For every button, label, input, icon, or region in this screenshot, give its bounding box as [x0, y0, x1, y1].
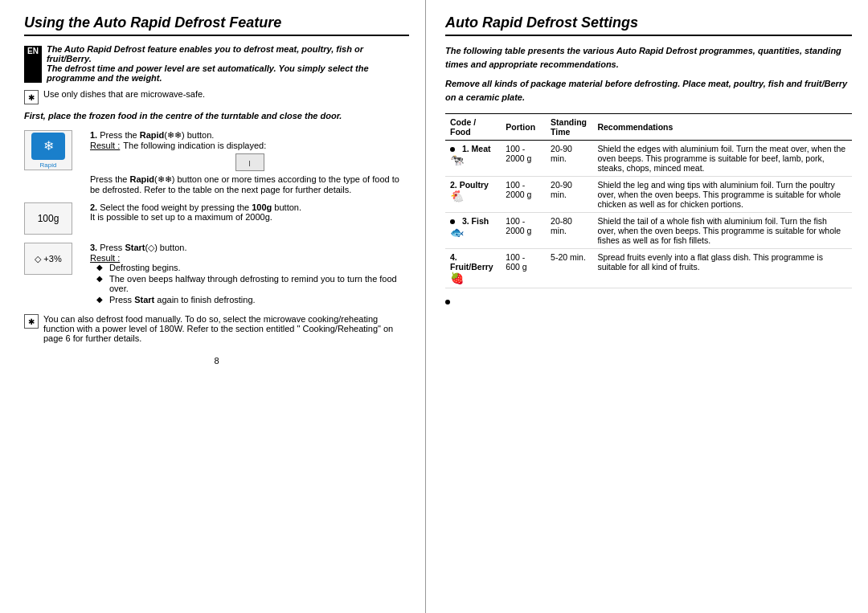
- right-intro-text: The following table presents the various…: [445, 44, 852, 71]
- header-standing: StandingTime: [546, 114, 592, 141]
- dot-bullet-fish: [450, 219, 455, 224]
- step-1-instruction: 1. Press the Rapid(❄❄) button.: [90, 130, 409, 141]
- standing-cell-fruit: 5-20 min.: [546, 249, 592, 288]
- header-row: Code / Food Portion StandingTime Recomme…: [445, 114, 852, 141]
- step-3-result: Result :: [90, 253, 409, 263]
- remove-note-text: Remove all kinds of package material bef…: [445, 77, 852, 104]
- right-section-title: Auto Rapid Defrost Settings: [445, 14, 852, 36]
- step-3-number: 3.: [90, 243, 97, 252]
- en-badge: EN: [24, 46, 42, 83]
- display-indicator: |: [235, 153, 264, 171]
- header-portion: Portion: [501, 114, 546, 141]
- food-cell-poultry: 2. Poultry 🐔: [445, 177, 501, 213]
- result-text-1: The following indication is displayed:: [123, 141, 266, 150]
- settings-table: Code / Food Portion StandingTime Recomme…: [445, 113, 852, 288]
- meat-icon: 🐄: [450, 153, 464, 166]
- step-2-sub: It is possible to set up to a maximum of…: [90, 212, 409, 222]
- result-label-1: Result :: [90, 141, 120, 150]
- step-1-content: 1. Press the Rapid(❄❄) button. Result : …: [90, 130, 409, 194]
- manual-note: ✱ You can also defrost food manually. To…: [24, 314, 409, 343]
- rapid-snowflake-icon: ❄: [43, 140, 54, 153]
- step-2-row: 100g 2. Select the food weight by pressi…: [24, 202, 409, 235]
- rapid-button-display: ❄ Rapid: [24, 130, 72, 170]
- intro-block: EN The Auto Rapid Defrost feature enable…: [24, 44, 409, 83]
- header-code-food: Code / Food: [445, 114, 501, 141]
- table-row: 4. Fruit/Berry 🍓 100 - 600 g 5-20 min. S…: [445, 249, 852, 288]
- dot-bullet-meat: [450, 147, 455, 152]
- step-3-content: 3. Press Start(◇) button. Result : ◆Defr…: [90, 243, 409, 306]
- food-cell-meat: 1. Meat 🐄: [445, 141, 501, 177]
- bullet-3-text: Press Start again to finish defrosting.: [109, 295, 256, 304]
- step-3-image: ◇ +3%: [24, 243, 80, 275]
- table-row: 2. Poultry 🐔 100 - 2000 g 20-90 min. Shi…: [445, 177, 852, 213]
- fish-icon: 🐟: [450, 226, 464, 239]
- standing-cell-fish: 20-80 min.: [546, 213, 592, 249]
- weight-label: 100g: [38, 213, 59, 224]
- step-1-result: Result : The following indication is dis…: [90, 141, 409, 150]
- steps-area: ❄ Rapid 1. Press the Rapid(❄❄) button. R…: [24, 130, 409, 306]
- start-again-bold: Start: [134, 295, 154, 304]
- fruit-icon: 🍓: [450, 272, 464, 284]
- food-name-fruit: 4. Fruit/Berry: [450, 252, 493, 272]
- rapid-text: Rapid: [40, 161, 57, 169]
- rec-cell-fish: Shield the tail of a whole fish with alu…: [592, 213, 852, 249]
- intro-bold2: The defrost time and power level are set…: [47, 63, 409, 83]
- rapid-bold: Rapid: [140, 130, 165, 140]
- food-name-meat: 1. Meat: [462, 144, 491, 153]
- left-section-title: Using the Auto Rapid Defrost Feature: [24, 14, 409, 36]
- intro-bold: The Auto Rapid Defrost feature enables y…: [47, 44, 409, 63]
- rapid-icon-bg: ❄: [31, 133, 65, 160]
- 100g-bold: 100g: [252, 202, 272, 212]
- step-2-image: 100g: [24, 202, 80, 235]
- page-number: 8: [24, 356, 409, 366]
- step-1-number: 1.: [90, 130, 97, 140]
- step-2-content: 2. Select the food weight by pressing th…: [90, 202, 409, 222]
- food-name-fish: 3. Fish: [462, 216, 489, 226]
- start-bold: Start: [125, 243, 145, 252]
- diamond-icon-1: ◆: [96, 263, 103, 272]
- step-3-row: ◇ +3% 3. Press Start(◇) button. Result :…: [24, 243, 409, 306]
- rapid-bold2: Rapid: [130, 174, 155, 184]
- display-char: |: [248, 159, 250, 166]
- rec-cell-meat: Shield the edges with aluminium foil. Tu…: [592, 141, 852, 177]
- bullet-1-text: Defrosting begins.: [109, 263, 181, 272]
- diamond-icon-3: ◆: [96, 295, 103, 304]
- manual-note-icon: ✱: [24, 314, 39, 329]
- weight-button-display: 100g: [24, 202, 72, 235]
- right-column: Auto Rapid Defrost Settings The followin…: [426, 0, 868, 613]
- table-row: 3. Fish 🐟 100 - 2000 g 20-80 min. Shield…: [445, 213, 852, 249]
- start-button-display: ◇ +3%: [24, 243, 72, 275]
- step-1-extra: Press the Rapid(❄❄) button one or more t…: [90, 174, 409, 194]
- step-1-image: ❄ Rapid: [24, 130, 80, 170]
- table-body: 1. Meat 🐄 100 - 2000 g 20-90 min. Shield…: [445, 141, 852, 288]
- portion-cell-poultry: 100 - 2000 g: [501, 177, 546, 213]
- page: Using the Auto Rapid Defrost Feature EN …: [0, 0, 868, 613]
- microwave-safe-icon: ✱: [24, 90, 39, 104]
- bullet-1: ◆Defrosting begins.: [96, 263, 409, 272]
- portion-cell-meat: 100 - 2000 g: [501, 141, 546, 177]
- portion-cell-fish: 100 - 2000 g: [501, 213, 546, 249]
- bullet-3: ◆Press Start again to finish defrosting.: [96, 295, 409, 304]
- table-header: Code / Food Portion StandingTime Recomme…: [445, 114, 852, 141]
- extra-dot-bullet: [445, 300, 450, 304]
- intro-text: The Auto Rapid Defrost feature enables y…: [47, 44, 409, 83]
- rec-cell-poultry: Shield the leg and wing tips with alumin…: [592, 177, 852, 213]
- left-column: Using the Auto Rapid Defrost Feature EN …: [0, 0, 426, 613]
- use-note-text: Use only dishes that are microwave-safe.: [43, 89, 205, 99]
- table-row: 1. Meat 🐄 100 - 2000 g 20-90 min. Shield…: [445, 141, 852, 177]
- bullet-2-text: The oven beeps halfway through defrostin…: [109, 274, 409, 293]
- poultry-icon: 🐔: [450, 190, 464, 202]
- step-2-number: 2.: [90, 202, 97, 212]
- result-label-3: Result :: [90, 253, 120, 263]
- header-recommendations: Recommendations: [592, 114, 852, 141]
- step-2-instruction: 2. Select the food weight by pressing th…: [90, 202, 409, 212]
- bullet-2: ◆The oven beeps halfway through defrosti…: [96, 274, 409, 293]
- step-1-row: ❄ Rapid 1. Press the Rapid(❄❄) button. R…: [24, 130, 409, 194]
- step-3-instruction: 3. Press Start(◇) button.: [90, 243, 409, 253]
- food-cell-fish: 3. Fish 🐟: [445, 213, 501, 249]
- diamond-icon-2: ◆: [96, 274, 103, 293]
- manual-note-text: You can also defrost food manually. To d…: [43, 314, 409, 343]
- portion-cell-fruit: 100 - 600 g: [501, 249, 546, 288]
- step-3-bullets: ◆Defrosting begins. ◆The oven beeps half…: [96, 263, 409, 304]
- food-name-poultry: 2. Poultry: [450, 180, 489, 190]
